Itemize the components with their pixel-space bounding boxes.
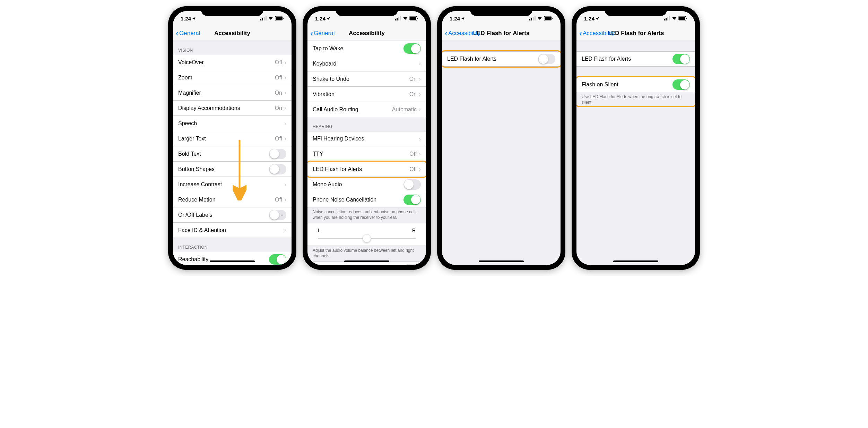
settings-row[interactable]: On/Off Labels	[173, 207, 292, 223]
chevron-right-icon: ›	[284, 89, 286, 96]
home-indicator[interactable]	[210, 260, 255, 262]
home-indicator[interactable]	[613, 260, 658, 262]
settings-row[interactable]: Increase Contrast›	[173, 177, 292, 192]
back-button[interactable]: ‹ Accessibility	[579, 28, 615, 38]
toggle-switch[interactable]	[403, 264, 421, 265]
row-label: Larger Text	[178, 136, 275, 142]
back-label: Accessibility	[583, 30, 615, 37]
notch	[201, 6, 263, 16]
settings-row[interactable]: Phone Noise Cancellation	[307, 192, 426, 207]
settings-row[interactable]: Face ID & Attention›	[173, 223, 292, 238]
location-icon	[461, 17, 465, 20]
toggle-switch[interactable]	[672, 54, 690, 64]
row-label: Tap to Wake	[313, 45, 403, 52]
toggle-switch[interactable]	[269, 254, 286, 265]
screen: 1:24 ‹ Accessibility LED Flash for Alert…	[442, 11, 561, 265]
row-label: LED Flash for Alerts	[447, 56, 538, 62]
row-label: Magnifier	[178, 90, 275, 96]
toggle-switch[interactable]	[538, 54, 555, 64]
row-label: Increase Contrast	[178, 181, 284, 188]
phone-frame: 1:24 ‹ General Accessibility Tap to Wake…	[303, 6, 431, 270]
row-label: Vibration	[313, 91, 409, 97]
back-button[interactable]: ‹ Accessibility	[445, 28, 480, 38]
settings-row[interactable]: Mono Audio	[307, 177, 426, 192]
row-value: On	[275, 105, 282, 111]
settings-row[interactable]: MagnifierOn›	[173, 85, 292, 101]
balance-slider[interactable]: LR	[307, 223, 426, 246]
section-footer: Adjust the audio volume balance between …	[307, 246, 426, 262]
svg-rect-24	[667, 17, 668, 20]
row-value: Off	[275, 75, 282, 81]
settings-row[interactable]: Larger TextOff›	[173, 131, 292, 146]
row-value: On	[409, 76, 417, 82]
settings-row[interactable]: VibrationOn›	[307, 87, 426, 102]
nav-bar: ‹ Accessibility LED Flash for Alerts	[576, 26, 695, 41]
row-label: Call Audio Routing	[313, 106, 392, 113]
chevron-right-icon: ›	[419, 150, 421, 157]
svg-rect-0	[260, 19, 261, 20]
settings-row[interactable]: Display AccommodationsOn›	[173, 101, 292, 116]
settings-row[interactable]: VoiceOverOff›	[173, 55, 292, 70]
settings-row[interactable]: Keyboard›	[307, 56, 426, 71]
settings-row[interactable]: Call Audio RoutingAutomatic›	[307, 102, 426, 117]
toggle-switch[interactable]	[672, 79, 690, 90]
svg-rect-15	[529, 19, 530, 20]
row-label: Flash on Silent	[582, 82, 672, 88]
settings-row[interactable]: Flash on Silent	[576, 77, 695, 92]
chevron-right-icon: ›	[284, 196, 286, 203]
toggle-switch[interactable]	[403, 43, 421, 54]
settings-row[interactable]: TTYOff›	[307, 146, 426, 162]
section-footer: Noise cancellation reduces ambient noise…	[307, 207, 426, 223]
chevron-left-icon: ‹	[176, 28, 179, 38]
settings-row[interactable]: Bold Text	[173, 146, 292, 162]
settings-row[interactable]: Tap to Wake	[307, 41, 426, 56]
signal-icon	[529, 16, 536, 20]
toggle-switch[interactable]	[269, 149, 286, 159]
settings-row[interactable]: LED Flash for AlertsOff›	[307, 162, 426, 177]
content-area[interactable]: VISION VoiceOverOff› ZoomOff› MagnifierO…	[173, 41, 292, 265]
content-area[interactable]: LED Flash for Alerts	[442, 41, 561, 265]
settings-row[interactable]: LED Flash for Alerts	[442, 51, 561, 67]
battery-icon	[678, 16, 687, 20]
row-label: On/Off Labels	[178, 212, 269, 218]
row-label: Reduce Motion	[178, 197, 275, 203]
svg-rect-14	[417, 18, 418, 19]
content-area[interactable]: LED Flash for Alerts Flash on Silent Use…	[576, 41, 695, 265]
settings-row[interactable]: Shake to UndoOn›	[307, 71, 426, 87]
chevron-right-icon: ›	[419, 75, 421, 83]
settings-row[interactable]: ZoomOff›	[173, 70, 292, 85]
home-indicator[interactable]	[344, 260, 389, 262]
chevron-right-icon: ›	[419, 106, 421, 113]
svg-rect-8	[395, 19, 396, 20]
settings-row[interactable]: Reduce MotionOff›	[173, 192, 292, 207]
signal-icon	[395, 16, 401, 20]
svg-rect-23	[666, 18, 667, 20]
back-label: Accessibility	[448, 30, 480, 37]
row-value: Off	[275, 59, 282, 66]
row-label: Speech	[178, 120, 284, 127]
signal-icon	[664, 16, 670, 20]
row-value: Automatic	[392, 106, 417, 113]
settings-row[interactable]: MFi Hearing Devices›	[307, 131, 426, 146]
settings-row[interactable]: Speech›	[173, 116, 292, 131]
settings-row[interactable]: LED Flash for Alerts	[576, 51, 695, 67]
back-button[interactable]: ‹ General	[176, 28, 200, 38]
toggle-switch[interactable]	[269, 164, 286, 174]
notch	[470, 6, 532, 16]
row-label: Face ID & Attention	[178, 227, 284, 233]
nav-bar: ‹ General Accessibility	[173, 26, 292, 41]
back-button[interactable]: ‹ General	[310, 28, 335, 38]
settings-row[interactable]: Reachability	[173, 252, 292, 265]
chevron-left-icon: ‹	[445, 28, 448, 38]
toggle-switch[interactable]	[403, 195, 421, 205]
battery-icon	[544, 16, 553, 20]
toggle-switch[interactable]	[269, 210, 286, 220]
row-label: Display Accommodations	[178, 105, 275, 111]
content-area[interactable]: Tap to Wake Keyboard› Shake to UndoOn› V…	[307, 41, 426, 265]
home-indicator[interactable]	[479, 260, 524, 262]
chevron-right-icon: ›	[284, 104, 286, 112]
toggle-switch[interactable]	[403, 179, 421, 190]
settings-row[interactable]: Button Shapes	[173, 162, 292, 177]
chevron-right-icon: ›	[284, 59, 286, 66]
chevron-left-icon: ‹	[310, 28, 313, 38]
